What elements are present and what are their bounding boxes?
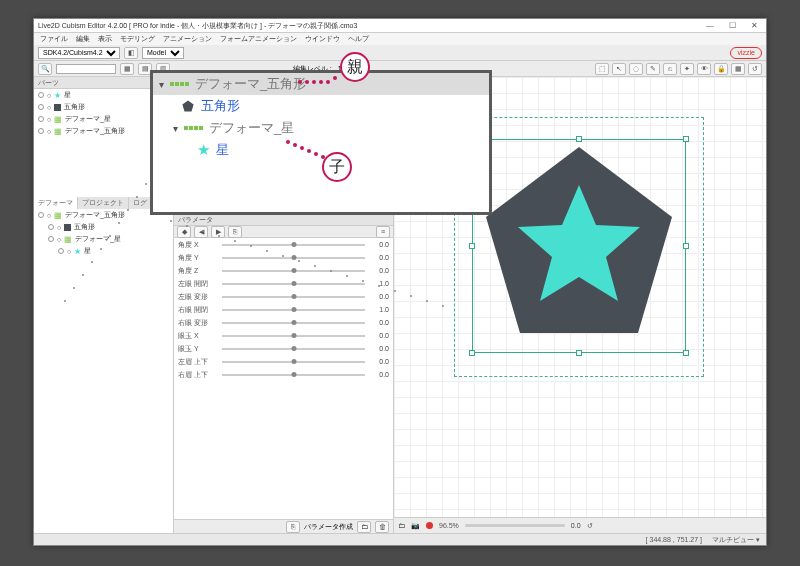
bounding-box[interactable]	[472, 139, 686, 353]
tool-eye-icon[interactable]: 👁	[697, 63, 711, 75]
annotation-dots-parent	[298, 80, 342, 84]
param-slider[interactable]	[222, 335, 365, 337]
star-icon: ★	[197, 141, 210, 159]
camera-icon[interactable]: 📷	[411, 522, 420, 530]
minimize-button[interactable]: —	[702, 21, 718, 30]
tool-select-icon[interactable]: ⬚	[595, 63, 609, 75]
callout-child-label: デフォーマ_星	[209, 119, 294, 137]
annotation-parent-badge: 親	[340, 52, 370, 82]
param-binding-icon[interactable]: ⎘	[228, 226, 242, 238]
tool-lasso-icon[interactable]: ◌	[629, 63, 643, 75]
param-create-button[interactable]: パラメータ作成	[304, 522, 353, 532]
menu-formanim[interactable]: フォームアニメーション	[220, 34, 297, 44]
mesh-deformer-icon	[184, 126, 203, 130]
rotation-reset-icon[interactable]: ↺	[587, 522, 593, 530]
param-row[interactable]: 右眼 変形0.0	[174, 316, 393, 329]
icon-btn-a[interactable]: ▦	[120, 63, 134, 75]
menu-view[interactable]: 表示	[98, 34, 112, 44]
mode-icon[interactable]: ◧	[124, 47, 138, 59]
deformer-row[interactable]: ○★星	[34, 245, 173, 257]
snapshot-icon[interactable]: 🗀	[398, 522, 405, 529]
zoom-slider[interactable]	[465, 524, 565, 527]
menu-window[interactable]: ウインドウ	[305, 34, 340, 44]
vizzle-pill[interactable]: vizzle	[730, 47, 762, 59]
sdk-dropdown[interactable]: SDK4.2/Cubism4.2	[38, 47, 120, 59]
menu-file[interactable]: ファイル	[40, 34, 68, 44]
tool-wand-icon[interactable]: ✦	[680, 63, 694, 75]
canvas-footer: 🗀 📷 96.5% 0.0 ↺	[394, 517, 766, 533]
param-row[interactable]: 眼玉 Y0.0	[174, 342, 393, 355]
disclosure-triangle-icon: ▾	[159, 79, 164, 90]
tool-glue-icon[interactable]: ⎌	[663, 63, 677, 75]
callout-parent-label: デフォーマ_五角形	[195, 75, 306, 93]
param-row[interactable]: 右眉 上下0.0	[174, 368, 393, 381]
titlebar: Live2D Cubism Editor 4.2.00 [ PRO for in…	[34, 19, 766, 33]
callout-row-child: ▾ デフォーマ_星	[153, 117, 489, 139]
param-row[interactable]: 角度 X0.0	[174, 238, 393, 251]
tab-deformer[interactable]: デフォーマ	[34, 197, 78, 209]
menu-modeling[interactable]: モデリング	[120, 34, 155, 44]
param-slider[interactable]	[222, 244, 365, 246]
deformer-panel: デフォーマ プロジェクト ログ ○▦デフォーマ_五角形 ○五角形 ○▦デフォーマ…	[34, 197, 173, 533]
param-toolbar: ◆ ◀ ▶ ⎘ ≡	[174, 226, 393, 238]
param-slider[interactable]	[222, 257, 365, 259]
param-row[interactable]: 眼玉 X0.0	[174, 329, 393, 342]
maximize-button[interactable]: ☐	[724, 21, 740, 30]
tab-log[interactable]: ログ	[129, 197, 152, 209]
window-buttons: — ☐ ✕	[702, 21, 762, 30]
close-button[interactable]: ✕	[746, 21, 762, 30]
mesh-deformer-icon	[170, 82, 189, 86]
annotation-connector-bottom	[170, 220, 490, 221]
menu-animation[interactable]: アニメーション	[163, 34, 212, 44]
deformer-tree: ○▦デフォーマ_五角形 ○五角形 ○▦デフォーマ_星 ○★星	[34, 209, 173, 533]
callout-star-label: 星	[216, 141, 229, 159]
app-title: Live2D Cubism Editor 4.2.00 [ PRO for in…	[38, 21, 357, 31]
param-slider[interactable]	[222, 270, 365, 272]
param-slider[interactable]	[222, 361, 365, 363]
param-slider[interactable]	[222, 374, 365, 376]
tool-reset-icon[interactable]: ↺	[748, 63, 762, 75]
param-delete-icon[interactable]: 🗑	[375, 521, 389, 533]
param-row[interactable]: 左眉 上下0.0	[174, 355, 393, 368]
param-key-icon[interactable]: ◆	[177, 226, 191, 238]
param-slider[interactable]	[222, 309, 365, 311]
annotation-connector-top	[64, 200, 154, 201]
param-row[interactable]: 角度 Z0.0	[174, 264, 393, 277]
menu-edit[interactable]: 編集	[76, 34, 90, 44]
deformer-row[interactable]: ○▦デフォーマ_星	[34, 233, 173, 245]
search-icon[interactable]: 🔍	[38, 63, 52, 75]
mode-dropdown[interactable]: Model	[142, 47, 184, 59]
tool-arrow-icon[interactable]: ↖	[612, 63, 626, 75]
param-slider[interactable]	[222, 322, 365, 324]
deformer-row[interactable]: ○五角形	[34, 221, 173, 233]
param-link-icon[interactable]: ⎘	[286, 521, 300, 533]
disclosure-triangle-icon: ▾	[173, 123, 178, 134]
annotation-child-badge: 子	[322, 152, 352, 182]
tab-project[interactable]: プロジェクト	[78, 197, 129, 209]
multiview-dropdown[interactable]: マルチビュー ▾	[712, 535, 760, 545]
pentagon-icon	[181, 99, 195, 113]
param-row[interactable]: 右眼 開閉1.0	[174, 303, 393, 316]
statusbar: [ 344.88 , 751.27 ] マルチビュー ▾	[34, 533, 766, 545]
callout-row-pentagon: 五角形	[153, 95, 489, 117]
menu-help[interactable]: ヘルプ	[348, 34, 369, 44]
param-row[interactable]: 左眼 変形0.0	[174, 290, 393, 303]
param-prev-icon[interactable]: ◀	[194, 226, 208, 238]
param-folder-icon[interactable]: 🗀	[357, 521, 371, 533]
param-slider[interactable]	[222, 296, 365, 298]
toolbar-primary: SDK4.2/Cubism4.2 ◧ Model vizzle	[34, 45, 766, 61]
svg-marker-2	[182, 100, 193, 111]
record-icon[interactable]	[426, 522, 433, 529]
param-slider[interactable]	[222, 348, 365, 350]
callout-pentagon-label: 五角形	[201, 97, 240, 115]
param-slider[interactable]	[222, 283, 365, 285]
param-row[interactable]: 角度 Y0.0	[174, 251, 393, 264]
tool-brush-icon[interactable]: ✎	[646, 63, 660, 75]
callout-row-parent: ▾ デフォーマ_五角形	[153, 73, 489, 95]
zoom-value: 96.5%	[439, 522, 459, 529]
search-input[interactable]	[56, 64, 116, 74]
tool-grid-icon[interactable]: ▦	[731, 63, 745, 75]
param-menu-icon[interactable]: ≡	[376, 226, 390, 238]
param-row[interactable]: 左眼 開閉1.0	[174, 277, 393, 290]
tool-lock-icon[interactable]: 🔒	[714, 63, 728, 75]
